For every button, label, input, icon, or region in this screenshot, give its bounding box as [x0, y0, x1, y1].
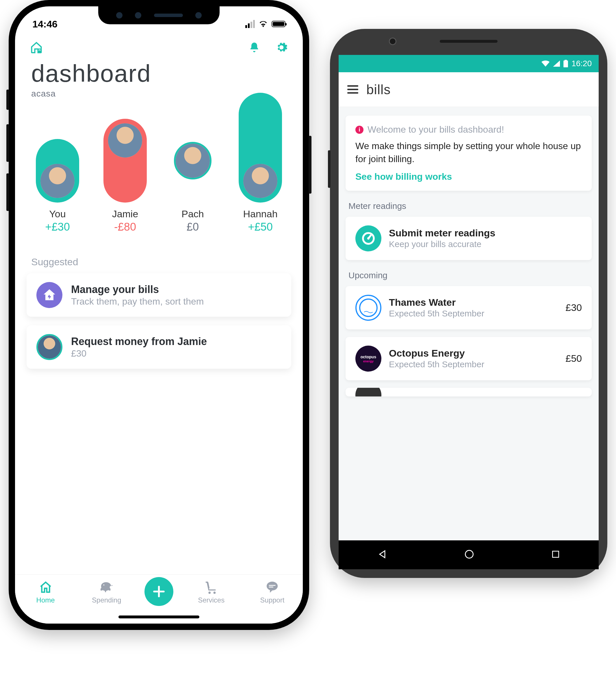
row-subtitle: Expected 5th September — [389, 309, 558, 318]
android-device-frame: 16:20 bills i Welcome to your bills dash… — [330, 29, 607, 578]
gauge-icon — [355, 225, 381, 251]
balance-item-jamie[interactable]: Jamie -£80 — [96, 119, 154, 233]
android-app-header: bills — [338, 72, 599, 107]
balance-amount: £0 — [164, 221, 222, 233]
suggested-card-request-money[interactable]: Request money from Jamie £30 — [27, 325, 291, 369]
upcoming-bill-thames[interactable]: ThamesWater Thames Water Expected 5th Se… — [346, 286, 592, 329]
home-icon — [23, 580, 69, 594]
cart-icon — [188, 580, 234, 594]
app-header — [15, 32, 303, 57]
iphone-screen: 14:46 dashboard acasa — [15, 6, 303, 624]
earpiece-icon — [440, 40, 498, 43]
status-time: 14:46 — [32, 19, 58, 30]
avatar — [242, 162, 279, 200]
balance-item-you[interactable]: You +£30 — [29, 119, 86, 233]
plus-icon — [152, 584, 166, 599]
upcoming-bill-octopus[interactable]: octopusenergy Octopus Energy Expected 5t… — [346, 337, 592, 380]
android-status-bar: 16:20 — [338, 55, 599, 72]
welcome-card: i Welcome to your bills dashboard! We ma… — [346, 116, 592, 191]
balance-amount: +£50 — [232, 221, 289, 233]
balance-item-hannah[interactable]: Hannah +£50 — [232, 119, 289, 233]
iphone-notch — [98, 6, 220, 24]
svg-rect-3 — [269, 587, 273, 588]
iphone-device-frame: 14:46 dashboard acasa — [9, 0, 309, 630]
suggested-label: Suggested — [15, 248, 303, 273]
svg-text:octopus: octopus — [360, 355, 376, 359]
status-time: 16:20 — [572, 59, 592, 68]
row-amount: £50 — [566, 353, 582, 364]
card-title: Request money from Jamie — [71, 335, 207, 348]
page-title: dashboard — [15, 57, 303, 88]
section-label-upcoming: Upcoming — [346, 268, 592, 286]
bills-house-icon — [37, 282, 62, 308]
avatar — [39, 162, 76, 200]
svg-point-5 — [367, 237, 370, 239]
upcoming-bill-partial[interactable] — [346, 388, 592, 396]
tab-label: Spending — [84, 596, 130, 604]
recents-button[interactable] — [551, 550, 560, 560]
billing-info-link[interactable]: See how billing works — [355, 171, 582, 182]
notifications-icon[interactable] — [248, 41, 261, 54]
home-button[interactable] — [464, 549, 475, 560]
card-subtitle: Track them, pay them, sort them — [71, 296, 204, 307]
info-icon: i — [355, 126, 364, 134]
balances-row: You +£30 Jamie -£80 Pach £0 Hannah +£50 — [15, 110, 303, 248]
thames-water-logo-icon: ThamesWater — [355, 295, 381, 321]
svg-rect-2 — [269, 585, 276, 586]
battery-icon — [564, 60, 568, 67]
home-logo-icon[interactable] — [30, 41, 43, 54]
android-nav-bar — [338, 540, 599, 569]
battery-icon — [271, 21, 285, 27]
provider-logo-icon — [355, 388, 381, 396]
home-indicator[interactable] — [118, 616, 199, 618]
wifi-icon — [259, 21, 267, 27]
cellular-signal-icon — [245, 20, 255, 28]
balance-name: Jamie — [96, 208, 154, 220]
balance-name: You — [29, 208, 86, 220]
chat-icon — [249, 580, 295, 594]
balance-amount: +£30 — [29, 221, 86, 233]
meter-readings-card[interactable]: Submit meter readings Keep your bills ac… — [346, 217, 592, 260]
row-amount: £30 — [566, 302, 582, 313]
menu-icon[interactable] — [347, 85, 358, 94]
tab-label: Support — [249, 596, 295, 604]
balance-item-pach[interactable]: Pach £0 — [164, 119, 222, 233]
balance-amount: -£80 — [96, 221, 154, 233]
add-button[interactable] — [145, 577, 173, 606]
section-label-meter: Meter readings — [346, 198, 592, 217]
tab-bar: Home Spending Services S — [15, 574, 303, 624]
earpiece-icon — [154, 14, 183, 17]
row-title: Octopus Energy — [389, 348, 558, 359]
sensor-icon — [195, 12, 202, 19]
settings-icon[interactable] — [275, 41, 288, 54]
welcome-body: We make things simple by setting your wh… — [355, 139, 582, 165]
android-power-button — [328, 150, 331, 188]
iphone-volume-up — [6, 124, 9, 162]
card-title: Manage your bills — [71, 284, 204, 295]
row-subtitle: Expected 5th September — [389, 359, 558, 369]
cellular-signal-icon — [553, 60, 560, 67]
avatar — [174, 142, 212, 179]
suggested-card-manage-bills[interactable]: Manage your bills Track them, pay them, … — [27, 273, 291, 317]
octopus-energy-logo-icon: octopusenergy — [355, 346, 381, 372]
iphone-mute-switch — [6, 90, 9, 110]
avatar — [106, 121, 144, 159]
svg-rect-12 — [553, 551, 559, 557]
welcome-title: Welcome to your bills dashboard! — [368, 124, 504, 135]
svg-point-0 — [38, 48, 42, 53]
page-title: bills — [366, 82, 391, 97]
svg-point-1 — [267, 582, 278, 591]
balance-name: Hannah — [232, 208, 289, 220]
row-subtitle: Keep your bills accurate — [389, 239, 582, 249]
tab-home[interactable]: Home — [23, 580, 69, 604]
svg-text:Water: Water — [364, 307, 373, 311]
tab-services[interactable]: Services — [188, 580, 234, 604]
tab-support[interactable]: Support — [249, 580, 295, 604]
tab-label: Home — [23, 596, 69, 604]
row-title: Submit meter readings — [389, 227, 582, 239]
tab-label: Services — [188, 596, 234, 604]
iphone-volume-down — [6, 173, 9, 211]
tab-spending[interactable]: Spending — [84, 580, 130, 604]
back-button[interactable] — [377, 549, 388, 560]
front-camera-icon — [116, 12, 123, 19]
